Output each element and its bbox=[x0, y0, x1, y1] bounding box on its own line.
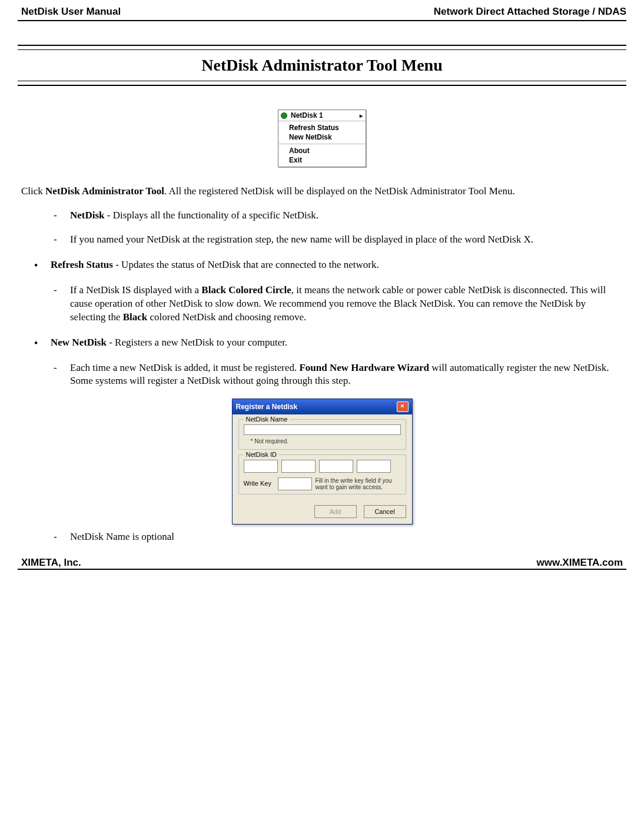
footer-rule bbox=[18, 569, 626, 570]
status-dot-icon bbox=[281, 112, 287, 119]
admin-tool-menu: NetDisk 1 ▸ Refresh Status New NetDisk A… bbox=[278, 109, 366, 167]
cancel-button[interactable]: Cancel bbox=[364, 505, 406, 518]
dialog-titlebar: Register a Netdisk × bbox=[233, 399, 412, 414]
header-rule bbox=[18, 20, 626, 21]
header-left: NetDisk User Manual bbox=[21, 6, 121, 18]
header-right: Network Direct Attached Storage / NDAS bbox=[434, 6, 626, 18]
group-label: NetDisk ID bbox=[244, 450, 280, 459]
list-item: Each time a new NetDisk is added, it mus… bbox=[54, 361, 623, 389]
submenu-arrow-icon: ▸ bbox=[360, 112, 363, 119]
write-key-input[interactable] bbox=[278, 477, 312, 490]
list-item: Refresh Status - Updates the status of N… bbox=[34, 258, 623, 272]
write-key-label: Write Key bbox=[244, 479, 274, 488]
menu-device-row[interactable]: NetDisk 1 ▸ bbox=[278, 110, 366, 121]
page-header: NetDisk User Manual Network Direct Attac… bbox=[18, 6, 626, 20]
group-netdisk-id: NetDisk ID Write Key Fill in the write k… bbox=[238, 454, 406, 495]
list-item: If you named your NetDisk at the registr… bbox=[54, 233, 623, 247]
page-footer: XIMETA, Inc. www.XIMETA.com bbox=[18, 555, 626, 569]
id-segment-input[interactable] bbox=[357, 460, 391, 473]
id-segment-input[interactable] bbox=[281, 460, 316, 473]
menu-item-about[interactable]: About bbox=[278, 146, 366, 155]
write-key-note: Fill in the write key field if you want … bbox=[316, 477, 401, 490]
title-rule-top bbox=[18, 45, 626, 50]
list-item: NetDisk - Displays all the functionality… bbox=[54, 209, 623, 223]
netdisk-name-input[interactable] bbox=[244, 424, 401, 435]
title-rule-bottom bbox=[18, 81, 626, 86]
page-title: NetDisk Administrator Tool Menu bbox=[18, 56, 626, 75]
dialog-title: Register a Netdisk bbox=[236, 402, 298, 411]
list-item: If a NetDisk IS displayed with a Black C… bbox=[54, 284, 623, 324]
menu-item-exit[interactable]: Exit bbox=[278, 155, 366, 165]
intro-paragraph: Click NetDisk Administrator Tool. All th… bbox=[21, 185, 623, 198]
footer-right: www.XIMETA.com bbox=[537, 557, 623, 569]
menu-item-new[interactable]: New NetDisk bbox=[278, 132, 366, 142]
group-label: NetDisk Name bbox=[244, 415, 290, 424]
close-icon[interactable]: × bbox=[397, 401, 409, 412]
menu-item-refresh[interactable]: Refresh Status bbox=[278, 123, 366, 132]
id-segment-input[interactable] bbox=[319, 460, 353, 473]
register-dialog: Register a Netdisk × NetDisk Name * Not … bbox=[232, 399, 413, 525]
footer-left: XIMETA, Inc. bbox=[21, 557, 81, 569]
id-segment-input[interactable] bbox=[244, 460, 278, 473]
add-button[interactable]: Add bbox=[314, 505, 357, 518]
group-netdisk-name: NetDisk Name * Not required. bbox=[238, 419, 406, 450]
menu-device-label: NetDisk 1 bbox=[291, 111, 323, 120]
name-note: * Not required. bbox=[244, 437, 401, 446]
list-item: New NetDisk - Registers a new NetDisk to… bbox=[34, 336, 623, 350]
list-item: NetDisk Name is optional bbox=[54, 530, 623, 544]
